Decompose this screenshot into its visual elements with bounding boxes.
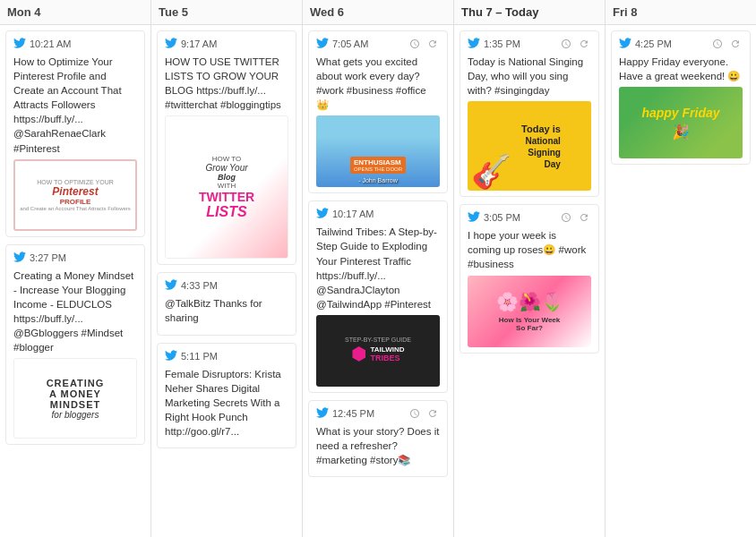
post-card[interactable]: 10:21 AMHow to Optimize Your Pinterest P… — [5, 30, 145, 237]
twitter-icon — [316, 37, 329, 51]
post-time-row: 4:25 PM — [619, 37, 743, 51]
post-time-label: 10:17 AM — [332, 209, 374, 219]
post-action-icons — [710, 37, 743, 51]
post-time-row: 5:11 PM — [165, 349, 288, 363]
post-text: Tailwind Tribes: A Step-by-Step Guide to… — [316, 225, 440, 311]
post-image-enthusiasm: ENTHUSIASM opens the door - John Barrow — [316, 115, 440, 187]
post-card[interactable]: 4:33 PM@TalkBitz Thanks for sharing — [157, 272, 296, 335]
post-time-label: 5:11 PM — [181, 351, 218, 362]
twitter-icon — [165, 349, 177, 363]
post-image-twitter-lists: HOW TO Grow Your Blog WITH TWITTER LISTS — [165, 115, 288, 259]
post-card[interactable]: 1:35 PM Today is National Singing Day, w… — [460, 30, 599, 197]
schedule-icon[interactable] — [559, 37, 573, 51]
schedule-icon[interactable] — [710, 37, 725, 51]
post-time-label: 3:27 PM — [30, 252, 66, 263]
post-image-happy-friday: happy Friday 🎉 — [619, 87, 743, 158]
day-header-tue: Tue 5 — [151, 0, 302, 25]
day-header-wed: Wed 6 — [303, 0, 453, 25]
twitter-icon — [619, 37, 631, 51]
post-image-money-mindset: CREATING A MONEY MINDSET for bloggers — [13, 358, 137, 439]
day-content-thu: 1:35 PM Today is National Singing Day, w… — [454, 25, 605, 537]
post-text: Happy Friday everyone. Have a great week… — [619, 55, 743, 83]
twitter-icon — [468, 210, 480, 225]
day-header-thu: Thu 7 – Today — [454, 0, 605, 25]
post-text: What gets you excited about work every d… — [316, 55, 440, 112]
calendar-grid: Mon 4 10:21 AMHow to Optimize Your Pinte… — [0, 0, 756, 537]
post-card[interactable]: 3:05 PM I hope your week is coming up ro… — [460, 204, 599, 353]
twitter-icon — [13, 37, 26, 51]
day-content-mon: 10:21 AMHow to Optimize Your Pinterest P… — [0, 25, 150, 537]
refresh-icon[interactable] — [577, 210, 591, 225]
post-time-label: 4:25 PM — [635, 38, 672, 49]
post-image-roses: 🌸🌺🌷 How Is Your WeekSo Far? — [468, 276, 591, 347]
post-time-label: 10:21 AM — [30, 38, 71, 49]
post-time-label: 9:17 AM — [181, 38, 217, 49]
day-column-wed: Wed 6 7:05 AM What gets you excited abou… — [303, 0, 454, 537]
post-image-singing-day: 🎸 Today is National Signing Day — [468, 101, 591, 191]
post-card[interactable]: 12:45 PM What is your story? Does it nee… — [308, 400, 448, 477]
schedule-icon[interactable] — [408, 406, 422, 421]
schedule-icon[interactable] — [559, 210, 573, 225]
post-time-row: 3:05 PM — [468, 210, 591, 225]
day-column-fri: Fri 8 4:25 PM Happy Friday everyone. Hav… — [606, 0, 756, 537]
post-card[interactable]: 3:27 PMCreating a Money Mindset - Increa… — [5, 244, 145, 446]
post-time-row: 3:27 PM — [13, 251, 137, 265]
day-header-mon: Mon 4 — [0, 0, 150, 25]
twitter-icon — [468, 37, 480, 51]
post-card[interactable]: 10:17 AMTailwind Tribes: A Step-by-Step … — [308, 200, 448, 393]
post-card[interactable]: 7:05 AM What gets you excited about work… — [308, 30, 448, 193]
post-time-row: 12:45 PM — [316, 406, 440, 421]
post-action-icons — [408, 37, 440, 51]
post-image-pinterest: HOW TO OPTIMIZE YOUR Pinterest PROFILE a… — [13, 159, 137, 231]
post-card[interactable]: 5:11 PMFemale Disruptors: Krista Neher S… — [157, 343, 296, 448]
post-time-row: 7:05 AM — [316, 37, 440, 51]
post-time-row: 4:33 PM — [165, 278, 288, 293]
post-text: I hope your week is coming up roses😀 #wo… — [468, 228, 591, 271]
post-time-row: 10:21 AM — [13, 37, 137, 51]
refresh-icon[interactable] — [425, 37, 440, 51]
post-text: HOW TO USE TWITTER LISTS TO GROW YOUR BL… — [165, 55, 288, 112]
post-text: Today is National Singing Day, who will … — [468, 55, 591, 98]
post-time-row: 9:17 AM — [165, 37, 288, 51]
post-time-label: 1:35 PM — [484, 38, 520, 49]
post-text: What is your story? Does it need a refre… — [316, 424, 440, 467]
twitter-icon — [165, 278, 177, 293]
twitter-icon — [13, 251, 26, 265]
twitter-icon — [165, 37, 177, 51]
refresh-icon[interactable] — [577, 37, 591, 51]
day-column-tue: Tue 5 9:17 AMHOW TO USE TWITTER LISTS TO… — [151, 0, 303, 537]
day-content-fri: 4:25 PM Happy Friday everyone. Have a gr… — [606, 25, 756, 537]
post-action-icons — [559, 37, 591, 51]
post-time-row: 1:35 PM — [468, 37, 591, 51]
day-column-thu: Thu 7 – Today 1:35 PM Today is National … — [454, 0, 606, 537]
post-action-icons — [559, 210, 591, 225]
day-column-mon: Mon 4 10:21 AMHow to Optimize Your Pinte… — [0, 0, 151, 537]
post-time-label: 12:45 PM — [332, 408, 374, 419]
post-time-label: 4:33 PM — [181, 280, 218, 291]
refresh-icon[interactable] — [425, 406, 440, 421]
refresh-icon[interactable] — [728, 37, 743, 51]
post-text: @TalkBitz Thanks for sharing — [165, 296, 288, 325]
post-text: Female Disruptors: Krista Neher Shares D… — [165, 367, 288, 439]
post-text: How to Optimize Your Pinterest Profile a… — [13, 55, 137, 156]
twitter-icon — [316, 207, 329, 221]
post-card[interactable]: 4:25 PM Happy Friday everyone. Have a gr… — [611, 30, 751, 165]
post-card[interactable]: 9:17 AMHOW TO USE TWITTER LISTS TO GROW … — [157, 30, 296, 265]
twitter-icon — [316, 406, 329, 421]
post-time-row: 10:17 AM — [316, 207, 440, 221]
post-time-label: 7:05 AM — [332, 38, 368, 49]
post-action-icons — [408, 406, 440, 421]
day-content-wed: 7:05 AM What gets you excited about work… — [303, 25, 453, 537]
day-header-fri: Fri 8 — [606, 0, 756, 25]
schedule-icon[interactable] — [408, 37, 422, 51]
post-image-tailwind: STEP-BY-STEP GUIDE ⬢ TAILWIND TRIBES — [316, 315, 440, 387]
day-content-tue: 9:17 AMHOW TO USE TWITTER LISTS TO GROW … — [151, 25, 302, 537]
post-text: Creating a Money Mindset - Increase Your… — [13, 268, 137, 355]
post-time-label: 3:05 PM — [484, 212, 520, 223]
